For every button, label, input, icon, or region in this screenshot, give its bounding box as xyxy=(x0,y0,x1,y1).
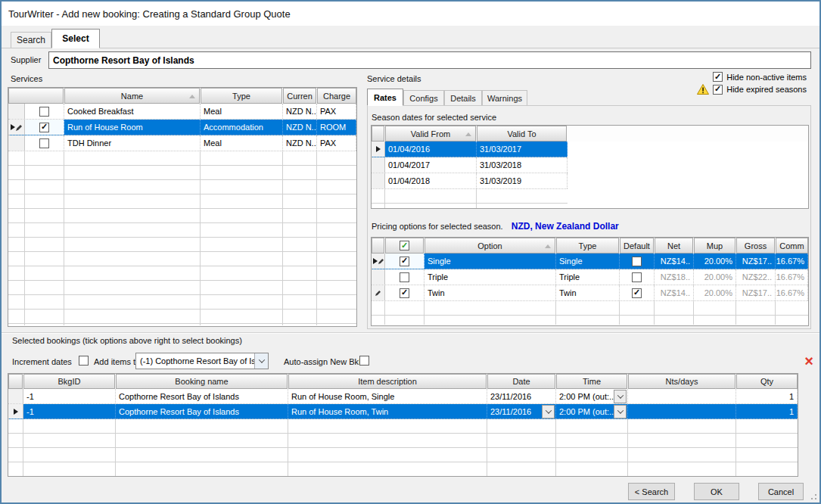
title-bar[interactable]: TourWriter - Add new booking: Creating a… xyxy=(2,2,819,26)
season-row[interactable]: 01/04/2018 31/03/2019 xyxy=(372,173,568,189)
date-cell[interactable]: 23/11/2016 xyxy=(487,404,556,418)
pricing-header-option[interactable]: Option xyxy=(424,238,555,254)
service-checkbox[interactable] xyxy=(39,107,49,117)
pricing-header-type[interactable]: Type xyxy=(556,238,619,254)
season-row[interactable]: 01/04/2017 31/03/2018 xyxy=(372,157,568,173)
search-button[interactable]: < Search xyxy=(628,483,675,500)
auto-assign-checkbox[interactable] xyxy=(359,356,369,366)
booking-row[interactable]: -1 Copthorne Resort Bay of Islands Run o… xyxy=(8,389,798,404)
default-checkbox-cell[interactable] xyxy=(620,285,655,300)
bookings-header-item[interactable]: Item description xyxy=(288,374,487,389)
season-header-valid-to[interactable]: Valid To xyxy=(477,126,567,142)
valid-from-cell: 01/04/2017 xyxy=(385,157,477,173)
default-checkbox[interactable] xyxy=(632,272,642,282)
default-checkbox[interactable] xyxy=(632,288,642,298)
date-cell[interactable]: 23/11/2016 xyxy=(487,389,556,403)
ok-button[interactable]: OK xyxy=(694,483,739,500)
pricing-checkbox[interactable] xyxy=(400,272,409,282)
bookings-header-qty[interactable]: Qty xyxy=(736,374,798,389)
bookings-header-date[interactable]: Date xyxy=(487,374,555,389)
select-all-checkbox[interactable] xyxy=(400,241,409,250)
delete-booking-button[interactable]: × xyxy=(801,353,817,369)
services-header-name[interactable]: Name xyxy=(64,88,200,104)
season-header-valid-from[interactable]: Valid From xyxy=(385,126,476,142)
services-header-type[interactable]: Type xyxy=(201,88,282,104)
pricing-row[interactable]: Single Single NZ$14.. 20.00% NZ$17.. 16.… xyxy=(372,254,808,269)
pricing-checkbox-cell[interactable] xyxy=(385,254,424,269)
bookings-header-time[interactable]: Time xyxy=(556,374,627,389)
gross-cell: NZ$17.. xyxy=(736,285,776,300)
service-row[interactable]: Run of House Room Accommodation NZD N.. … xyxy=(8,120,356,135)
resize-grip[interactable] xyxy=(808,491,817,500)
service-type-cell: Meal xyxy=(201,104,283,119)
bookings-header-nts[interactable]: Nts/days xyxy=(628,374,735,389)
pricing-header-selector[interactable] xyxy=(372,238,384,254)
time-cell[interactable]: 2:00 PM (out:... xyxy=(556,389,628,403)
services-header-charge[interactable]: Charge xyxy=(317,88,356,104)
date-value: 23/11/2016 xyxy=(490,407,531,416)
time-dropdown-button[interactable] xyxy=(614,390,627,403)
tab-select[interactable]: Select xyxy=(51,29,100,48)
hide-nonactive-option[interactable]: Hide non-active items xyxy=(713,72,807,82)
services-header-currency[interactable]: Curren xyxy=(283,88,316,104)
pricing-checkbox[interactable] xyxy=(400,257,409,266)
season-header-selector[interactable] xyxy=(372,126,384,142)
pricing-header-gross[interactable]: Gross xyxy=(736,238,775,254)
pricing-header-net[interactable]: Net xyxy=(655,238,693,254)
tab-configs[interactable]: Configs xyxy=(403,90,444,106)
pricing-checkbox-cell[interactable] xyxy=(385,269,424,285)
date-dropdown-button[interactable] xyxy=(542,405,555,418)
service-type-cell: Meal xyxy=(201,135,283,151)
services-header-selector[interactable] xyxy=(8,88,64,104)
pricing-header-mup[interactable]: Mup xyxy=(694,238,735,254)
item-description-cell: Run of House Room, Twin xyxy=(288,404,487,418)
tab-warnings[interactable]: Warnings xyxy=(482,90,527,106)
pricing-checkbox[interactable] xyxy=(400,288,409,298)
services-grid: Name Type Curren Charge Cooked Breakfast… xyxy=(8,87,357,327)
bookings-grid-header: BkgID Booking name Item description Date… xyxy=(8,374,798,389)
time-dropdown-button[interactable] xyxy=(614,405,627,418)
service-checkbox-cell[interactable] xyxy=(25,104,64,119)
bookings-header-selector[interactable] xyxy=(8,374,23,389)
increment-dates-checkbox[interactable] xyxy=(79,356,89,366)
hide-expired-checkbox[interactable] xyxy=(713,85,723,95)
tab-rates[interactable]: Rates xyxy=(367,89,403,106)
pricing-header-comm[interactable]: Comm xyxy=(776,238,808,254)
valid-to-cell: 31/03/2019 xyxy=(477,173,568,188)
pricing-checkbox-cell[interactable] xyxy=(385,285,424,300)
season-row[interactable]: 01/04/2016 31/03/2017 xyxy=(372,142,568,157)
bookings-header-name[interactable]: Booking name xyxy=(116,374,288,389)
bookings-header-bkgid[interactable]: BkgID xyxy=(23,374,115,389)
tab-details[interactable]: Details xyxy=(444,90,482,106)
pricing-header-checkall[interactable] xyxy=(385,238,424,254)
tourwriter-dialog: TourWriter - Add new booking: Creating a… xyxy=(0,0,821,504)
service-checkbox[interactable] xyxy=(39,138,49,148)
default-checkbox[interactable] xyxy=(632,257,642,266)
service-checkbox[interactable] xyxy=(39,123,49,132)
supplier-value-field[interactable]: Copthorne Resort Bay of Islands xyxy=(48,51,811,69)
add-items-to-combobox[interactable]: (-1) Copthorne Resort Bay of Islands xyxy=(135,353,269,369)
service-row[interactable]: TDH Dinner Meal NZD N.. PAX xyxy=(8,135,356,151)
pricing-row[interactable]: Triple Triple NZ$18.. 20.00% NZ$22.. 16.… xyxy=(372,269,808,285)
pricing-row[interactable]: Twin Twin NZ$14.. 20.00% NZ$17.. 16.67% xyxy=(372,285,808,301)
default-checkbox-cell[interactable] xyxy=(620,269,655,285)
pricing-grid-header: Option Type Default Net Mup Gross Comm xyxy=(372,238,808,254)
type-cell: Twin xyxy=(556,285,620,300)
service-checkbox-cell[interactable] xyxy=(25,135,64,151)
service-charge-cell: ROOM xyxy=(317,120,356,135)
tab-search[interactable]: Search xyxy=(11,32,51,48)
pricing-header-default[interactable]: Default xyxy=(620,238,654,254)
cancel-button[interactable]: Cancel xyxy=(758,483,804,500)
hide-nonactive-checkbox[interactable] xyxy=(713,72,723,82)
increment-dates-label: Increment dates xyxy=(12,357,72,366)
time-cell[interactable]: 2:00 PM (out:... xyxy=(556,404,628,418)
selected-bookings-label: Selected bookings (tick options above ri… xyxy=(12,336,242,345)
season-dates-grid: Valid From Valid To 01/04/2016 31/03/201… xyxy=(371,125,809,209)
booking-row[interactable]: -1 Copthorne Resort Bay of Islands Run o… xyxy=(8,404,798,419)
combobox-dropdown-button[interactable] xyxy=(254,353,268,369)
row-indicator xyxy=(372,173,385,188)
service-checkbox-cell[interactable] xyxy=(25,120,64,135)
hide-expired-option[interactable]: Hide expired seasons xyxy=(697,84,807,95)
default-checkbox-cell[interactable] xyxy=(620,254,655,269)
service-row[interactable]: Cooked Breakfast Meal NZD N.. PAX xyxy=(8,104,356,120)
